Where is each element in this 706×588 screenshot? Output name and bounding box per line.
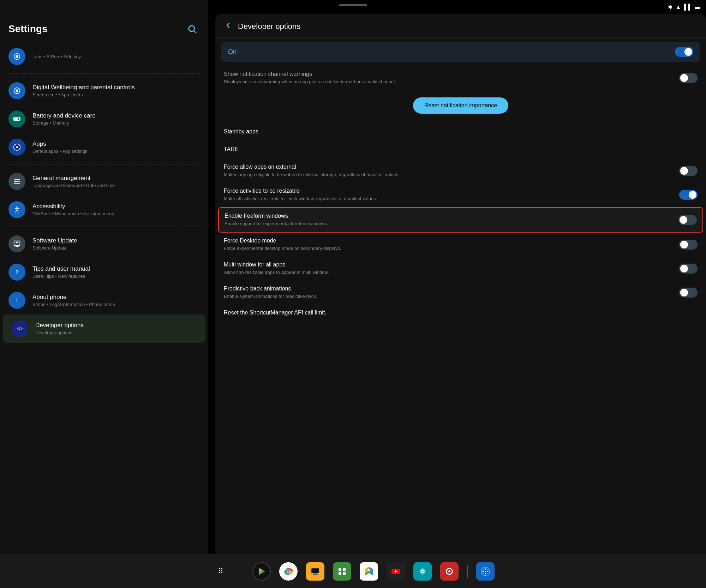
show-notif-toggle-knob bbox=[680, 74, 688, 82]
shortcut-reset-option[interactable]: Reset the ShortcutManager API call limit… bbox=[218, 305, 703, 322]
predictive-back-title: Predictive back animations bbox=[224, 286, 674, 292]
svg-point-56 bbox=[485, 571, 486, 572]
multi-window-text: Multi window for all apps Allow non-resi… bbox=[224, 262, 679, 276]
developer-options-panel: Developer options On Show notification c… bbox=[215, 14, 706, 554]
force-allow-title: Force allow apps on external bbox=[224, 164, 674, 170]
force-resizable-option[interactable]: Force activities to be resizable Make al… bbox=[218, 183, 703, 207]
reset-notification-button[interactable]: Reset notification importance bbox=[413, 97, 508, 114]
digital-wellbeing-subtitle: Screen time • App timers bbox=[32, 92, 200, 97]
software-update-title: Software Update bbox=[32, 237, 200, 244]
battery-subtitle: Storage • Memory bbox=[32, 120, 200, 126]
svg-line-20 bbox=[15, 246, 17, 247]
sidebar-item-general[interactable]: General management Language and keyboard… bbox=[0, 167, 208, 196]
freeform-windows-toggle[interactable] bbox=[678, 215, 697, 225]
svg-rect-7 bbox=[19, 118, 20, 120]
multi-window-knob bbox=[680, 265, 688, 272]
settings-header: Settings bbox=[0, 0, 208, 42]
tare-title: TARE bbox=[224, 146, 692, 152]
svg-text:?: ? bbox=[16, 269, 19, 275]
right-panel-header: Developer options bbox=[215, 14, 706, 38]
developer-icon bbox=[11, 320, 28, 337]
search-button[interactable] bbox=[184, 21, 200, 37]
app-chrome[interactable] bbox=[279, 562, 298, 581]
svg-line-1 bbox=[194, 31, 196, 33]
svg-rect-33 bbox=[314, 574, 317, 574]
sidebar-item-software-update[interactable]: Software Update Software Update bbox=[0, 230, 208, 258]
freeform-windows-text: Enable freeform windows Enable support f… bbox=[225, 213, 678, 227]
labs-text: Labs • S Pen • Side key bbox=[32, 54, 200, 59]
svg-rect-37 bbox=[339, 572, 341, 575]
show-notif-toggle[interactable] bbox=[679, 73, 698, 83]
battery-icon: ▬ bbox=[695, 4, 700, 10]
app-yellow[interactable] bbox=[306, 562, 324, 581]
status-bar: ✱ ▲ ▌▌ ▬ bbox=[635, 0, 706, 14]
force-desktop-toggle[interactable] bbox=[679, 240, 698, 250]
accessibility-title: Accessibility bbox=[32, 203, 200, 210]
settings-panel: Settings Labs • S Pen • Side key Digital… bbox=[0, 0, 208, 554]
tips-subtitle: Useful tips • New features bbox=[32, 274, 200, 279]
developer-title: Developer options bbox=[35, 322, 197, 329]
app-dots[interactable]: ⠿ bbox=[211, 562, 230, 581]
freeform-windows-title: Enable freeform windows bbox=[225, 213, 673, 219]
app-compass[interactable] bbox=[476, 562, 495, 581]
app-play[interactable] bbox=[252, 562, 271, 581]
force-resizable-toggle[interactable] bbox=[679, 190, 698, 200]
tare-option[interactable]: TARE bbox=[218, 141, 703, 159]
svg-point-49 bbox=[448, 570, 450, 572]
svg-rect-38 bbox=[343, 572, 346, 575]
tips-text: Tips and user manual Useful tips • New f… bbox=[32, 265, 200, 279]
multi-window-option[interactable]: Multi window for all apps Allow non-resi… bbox=[218, 257, 703, 281]
svg-point-14 bbox=[17, 181, 19, 182]
predictive-back-toggle[interactable] bbox=[679, 288, 698, 298]
force-allow-text: Force allow apps on external Makes any a… bbox=[224, 164, 679, 178]
apps-title: Apps bbox=[32, 140, 200, 148]
force-allow-option[interactable]: Force allow apps on external Makes any a… bbox=[218, 159, 703, 183]
standby-apps-title: Standby apps bbox=[224, 128, 692, 135]
right-panel-title: Developer options bbox=[238, 22, 300, 31]
sidebar-item-tips[interactable]: ? Tips and user manual Useful tips • New… bbox=[0, 258, 208, 286]
about-icon: i bbox=[8, 292, 25, 309]
developer-on-toggle[interactable] bbox=[675, 47, 693, 57]
svg-point-30 bbox=[287, 570, 290, 572]
sidebar-item-developer[interactable]: Developer options Developer options bbox=[3, 314, 205, 343]
battery-text: Battery and device care Storage • Memory bbox=[32, 112, 200, 126]
reset-btn-container: Reset notification importance bbox=[218, 92, 703, 124]
freeform-windows-option[interactable]: Enable freeform windows Enable support f… bbox=[218, 207, 703, 233]
on-toggle-row[interactable]: On bbox=[221, 42, 700, 62]
force-allow-toggle[interactable] bbox=[679, 166, 698, 176]
sidebar-item-digital-wellbeing[interactable]: Digital Wellbeing and parental controls … bbox=[0, 77, 208, 105]
show-notif-option[interactable]: Show notification channel warnings Displ… bbox=[218, 66, 703, 90]
general-subtitle: Language and keyboard • Date and time bbox=[32, 183, 200, 188]
predictive-back-option[interactable]: Predictive back animations Enable system… bbox=[218, 281, 703, 305]
bottom-nav: ⠿ bbox=[0, 554, 706, 588]
force-resizable-text: Force activities to be resizable Make al… bbox=[224, 188, 679, 202]
general-title: General management bbox=[32, 175, 200, 182]
sidebar-item-apps[interactable]: Apps Default apps • App settings bbox=[0, 133, 208, 161]
standby-apps-option[interactable]: Standby apps bbox=[218, 124, 703, 141]
on-label: On bbox=[228, 48, 237, 56]
sidebar-item-about[interactable]: i About phone Status • Legal information… bbox=[0, 286, 208, 314]
options-list: Show notification channel warnings Displ… bbox=[215, 66, 706, 554]
force-desktop-option[interactable]: Force Desktop mode Force experimental de… bbox=[218, 233, 703, 257]
developer-text: Developer options Developer options bbox=[35, 322, 197, 335]
show-notif-title: Show notification channel warnings bbox=[224, 71, 674, 77]
svg-text:i: i bbox=[16, 298, 18, 303]
freeform-windows-subtitle: Enable support for experimental freeform… bbox=[225, 221, 673, 227]
tips-icon: ? bbox=[8, 264, 25, 281]
sidebar-item-accessibility[interactable]: Accessibility TalkBack • Mono audio • As… bbox=[0, 196, 208, 224]
app-music[interactable] bbox=[413, 562, 432, 581]
divider-3 bbox=[8, 227, 200, 227]
app-youtube[interactable] bbox=[387, 562, 405, 581]
app-green[interactable] bbox=[333, 562, 351, 581]
app-red[interactable] bbox=[440, 562, 459, 581]
accessibility-subtitle: TalkBack • Mono audio • Assistant menu bbox=[32, 211, 200, 216]
sidebar-item-battery[interactable]: Battery and device care Storage • Memory bbox=[0, 105, 208, 133]
back-button[interactable] bbox=[224, 21, 232, 32]
apps-text: Apps Default apps • App settings bbox=[32, 140, 200, 154]
sidebar-item-labs[interactable]: Labs • S Pen • Side key bbox=[0, 42, 208, 71]
force-resizable-title: Force activities to be resizable bbox=[224, 188, 674, 194]
multi-window-toggle[interactable] bbox=[679, 264, 698, 274]
app-maps[interactable] bbox=[360, 562, 378, 581]
svg-point-40 bbox=[368, 569, 370, 571]
predictive-back-knob bbox=[680, 289, 688, 296]
